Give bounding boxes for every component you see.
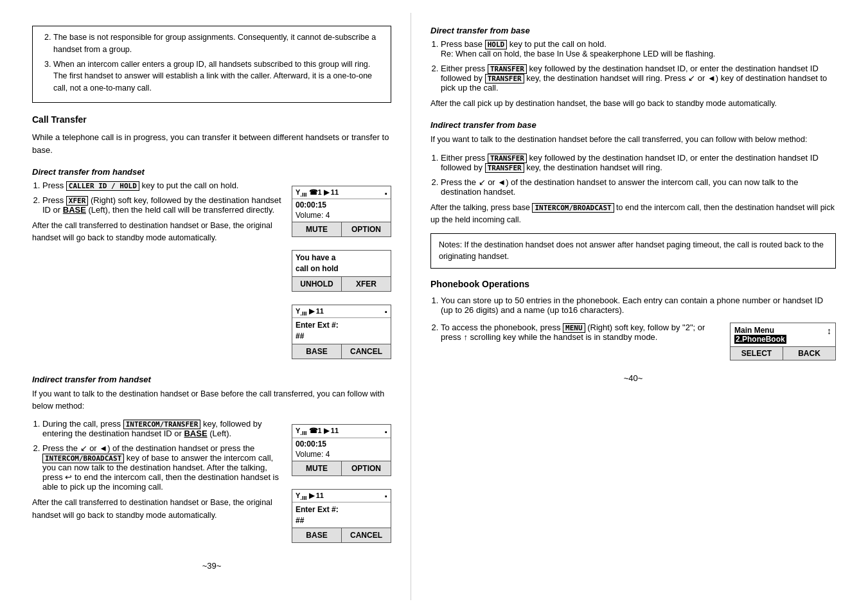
display-volume-1: Volume: 4	[292, 211, 391, 222]
unhold-btn[interactable]: UNHOLD	[292, 277, 342, 291]
display-status-bar-i2: Y.III ▶ 11 ▪	[292, 490, 391, 502]
display-time-1: 00:00:15	[292, 199, 391, 211]
left-page: The base is not responsible for group as…	[13, 13, 411, 600]
direct-handset-after: After the call transferred to destinatio…	[32, 220, 284, 245]
display-volume-i1: Volume: 4	[292, 450, 391, 461]
indirect-base-step2: Press the ↙ or ◄) of the destination han…	[441, 177, 836, 197]
direct-handset-text: Press CALLER ID / HOLD key to put the ca…	[32, 181, 284, 251]
notes-box: Notes: If the destination handset does n…	[430, 233, 836, 269]
cancel-btn-1[interactable]: CANCEL	[342, 344, 391, 359]
direct-base-title: Direct transfer from base	[430, 26, 836, 35]
direct-handset-displays: Y.III ☎1 ▶ 11 ▪ 00:00:15 Volume: 4 MUTE …	[292, 181, 391, 364]
indirect-handset-display-2: Y.III ▶ 11 ▪ Enter Ext #: ## BASE CANCEL	[292, 489, 391, 544]
indirect-handset-display-1: Y.III ☎1 ▶ 11 ▪ 00:00:15 Volume: 4 MUTE …	[292, 424, 391, 475]
display-time-i1: 00:00:15	[292, 438, 391, 450]
direct-base-step1: Press base HOLD key to put the call on h…	[441, 39, 836, 58]
display-status-bar-i1: Y.III ☎1 ▶ 11 ▪	[292, 425, 391, 438]
indirect-handset-text: During the call, press INTERCOM/TRANSFER…	[32, 419, 284, 528]
call-transfer-intro: While a telephone call is in progress, y…	[32, 131, 391, 157]
mute-btn-1[interactable]: MUTE	[292, 222, 342, 236]
display-buttons-i2: BASE CANCEL	[292, 528, 391, 542]
phonebook-title: Phonebook Operations	[430, 279, 836, 289]
indirect-base-step1: Either press TRANSFER key followed by th…	[441, 153, 836, 172]
display-buttons-2: UNHOLD XFER	[292, 276, 391, 291]
display-buttons-3: BASE CANCEL	[292, 344, 391, 359]
scroll-arrow-icon: ↕	[827, 326, 831, 336]
select-btn[interactable]: SELECT	[731, 347, 783, 360]
phonebook-display: Main Menu 2.PhoneBook ↕ SELECT BACK	[730, 323, 836, 360]
direct-handset-section: Direct transfer from handset Press CALLE…	[32, 167, 391, 364]
indirect-base-after: After the talking, press base INTERCOM/B…	[430, 202, 836, 227]
note-item-3: When an intercom caller enters a group I…	[53, 58, 383, 94]
display-text-2: You have a call on hold	[292, 251, 391, 276]
direct-handset-step1: Press CALLER ID / HOLD key to put the ca…	[42, 181, 284, 190]
indirect-handset-section: Indirect transfer from handset If you wa…	[32, 375, 391, 549]
mute-btn-i1[interactable]: MUTE	[292, 461, 342, 475]
indirect-handset-displays: Y.III ☎1 ▶ 11 ▪ 00:00:15 Volume: 4 MUTE …	[292, 419, 391, 548]
left-page-number: ~39~	[32, 561, 391, 571]
phonebook-item1: You can store up to 50 entries in the ph…	[441, 296, 836, 315]
indirect-handset-after: After the call transferred to destinatio…	[32, 497, 284, 522]
direct-base-section: Direct transfer from base Press base HOL…	[430, 26, 836, 110]
option-btn-1[interactable]: OPTION	[342, 222, 391, 236]
display-text-i2: Enter Ext #: ##	[292, 502, 391, 528]
phonebook-item2: To access the phonebook, press MENU (Rig…	[441, 323, 836, 360]
right-page: Direct transfer from base Press base HOL…	[411, 13, 855, 600]
direct-handset-step2: Press XFER (Right) soft key, followed by…	[42, 195, 284, 215]
direct-base-step2: Either press TRANSFER key followed by th…	[441, 64, 836, 93]
indirect-handset-step1: During the call, press INTERCOM/TRANSFER…	[42, 419, 284, 438]
direct-handset-title: Direct transfer from handset	[32, 167, 391, 177]
handset-display-3: Y.III ▶ 11 ▪ Enter Ext #: ## BASE CANCEL	[292, 305, 391, 359]
page-container: The base is not responsible for group as…	[0, 0, 868, 613]
display-buttons-1: MUTE OPTION	[292, 222, 391, 236]
base-btn-i2[interactable]: BASE	[292, 528, 342, 542]
note-item-2: The base is not responsible for group as…	[53, 31, 383, 56]
option-btn-i1[interactable]: OPTION	[342, 461, 391, 475]
direct-base-after: After the call pick up by destination ha…	[430, 98, 836, 110]
call-transfer-title: Call Transfer	[32, 114, 391, 125]
indirect-handset-step2: Press the ↙ or ◄) of the destination han…	[42, 443, 284, 492]
call-transfer-section: Call Transfer While a telephone call is …	[32, 114, 391, 157]
xfer-btn[interactable]: XFER	[342, 277, 391, 291]
cancel-btn-i2[interactable]: CANCEL	[342, 528, 391, 542]
phonebook-display-buttons: SELECT BACK	[731, 346, 835, 360]
display-status-bar-3: Y.III ▶ 11 ▪	[292, 305, 391, 318]
indirect-handset-title: Indirect transfer from handset	[32, 375, 391, 384]
note-box: The base is not responsible for group as…	[32, 26, 391, 103]
indirect-base-intro: If you want to talk to the destination h…	[430, 134, 836, 146]
handset-display-1: Y.III ☎1 ▶ 11 ▪ 00:00:15 Volume: 4 MUTE …	[292, 186, 391, 237]
display-text-3: Enter Ext #: ##	[292, 318, 391, 344]
right-page-number: ~40~	[430, 373, 836, 383]
handset-display-2: You have a call on hold UNHOLD XFER	[292, 250, 391, 292]
indirect-handset-intro: If you want to talk to the destination h…	[32, 388, 391, 413]
phonebook-section: Phonebook Operations You can store up to…	[430, 279, 836, 360]
indirect-base-section: Indirect transfer from base If you want …	[430, 120, 836, 269]
back-btn[interactable]: BACK	[783, 347, 835, 360]
display-buttons-i1: MUTE OPTION	[292, 461, 391, 475]
display-status-bar-1: Y.III ☎1 ▶ 11 ▪	[292, 186, 391, 199]
base-btn-1[interactable]: BASE	[292, 344, 342, 359]
indirect-base-title: Indirect transfer from base	[430, 120, 836, 130]
